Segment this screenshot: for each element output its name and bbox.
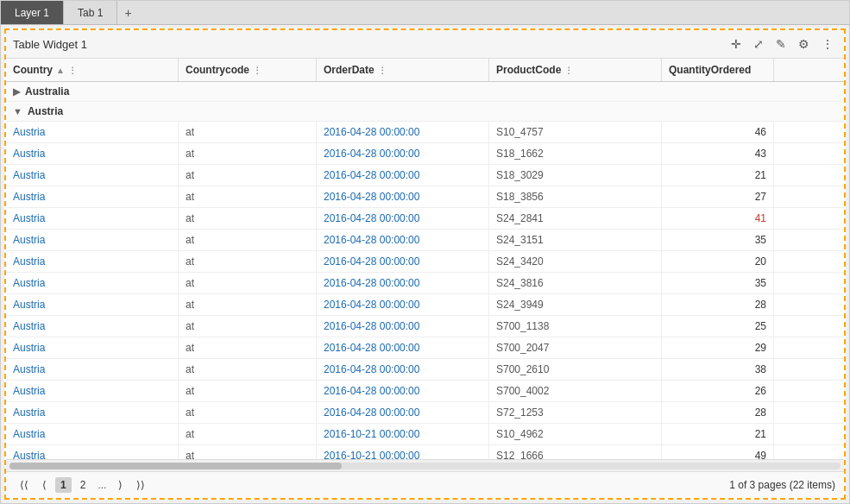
cell-orderdate: 2016-04-28 00:00:00 (317, 230, 489, 250)
cell-quantity: 35 (662, 230, 774, 250)
cell-productcode: S700_2610 (489, 359, 662, 380)
widget-title: Table Widget 1 (13, 38, 87, 51)
cell-productcode: S700_1138 (489, 316, 662, 337)
countrycode-menu-icon[interactable]: ⋮ (253, 66, 261, 75)
cell-quantity: 28 (662, 294, 774, 315)
cell-quantity: 25 (662, 316, 774, 337)
cell-orderdate: 2016-04-28 00:00:00 (317, 337, 489, 358)
cell-countrycode: at (179, 316, 317, 337)
h-scroll-track[interactable] (9, 463, 841, 469)
country-sort-icon[interactable]: ▲ (56, 66, 65, 75)
cell-countrycode: at (179, 337, 317, 358)
group-toggle[interactable]: ▶ (13, 86, 20, 98)
table-row: Austria at 2016-04-28 00:00:00 S700_1138… (6, 316, 844, 337)
table-row: Austria at 2016-04-28 00:00:00 S24_3420 … (6, 251, 844, 273)
h-scrollbar[interactable] (6, 459, 844, 471)
cell-productcode: S24_2841 (489, 208, 662, 229)
page-2-button[interactable]: 2 (75, 477, 91, 493)
tab-add-button[interactable]: + (117, 1, 138, 24)
col-header-orderdate[interactable]: OrderDate ⋮ (317, 59, 489, 81)
cell-countrycode: at (179, 165, 317, 186)
h-scroll-thumb[interactable] (9, 463, 342, 469)
cell-countrycode: at (179, 381, 317, 401)
table-row: Austria at 2016-04-28 00:00:00 S18_3856 … (6, 186, 844, 208)
cell-orderdate: 2016-04-28 00:00:00 (317, 359, 489, 380)
group-header-row: ▼ Austria (6, 102, 844, 122)
table-row: Austria at 2016-04-28 00:00:00 S24_3151 … (6, 230, 844, 251)
cell-countrycode: at (179, 402, 317, 423)
table-row: Austria at 2016-04-28 00:00:00 S700_2610… (6, 359, 844, 381)
widget-resize-icon[interactable]: ⤢ (750, 35, 767, 53)
cell-quantity: 35 (662, 273, 774, 293)
cell-orderdate: 2016-04-28 00:00:00 (317, 402, 489, 423)
cell-orderdate: 2016-04-28 00:00:00 (317, 316, 489, 337)
col-header-country[interactable]: Country ▲ ⋮ (6, 59, 179, 81)
cell-countrycode: at (179, 359, 317, 380)
cell-quantity: 38 (662, 359, 774, 380)
cell-productcode: S18_3856 (489, 186, 662, 207)
page-first-button[interactable]: ⟨⟨ (15, 477, 34, 493)
cell-country: Austria (6, 251, 179, 272)
cell-productcode: S10_4962 (489, 424, 662, 444)
cell-orderdate: 2016-04-28 00:00:00 (317, 381, 489, 401)
cell-countrycode: at (179, 424, 317, 444)
tab-layer1[interactable]: Layer 1 (1, 1, 64, 24)
cell-country: Austria (6, 294, 179, 315)
cell-quantity: 43 (662, 143, 774, 164)
cell-countrycode: at (179, 273, 317, 293)
cell-productcode: S700_2047 (489, 337, 662, 358)
cell-quantity: 46 (662, 122, 774, 142)
table-row: Austria at 2016-04-28 00:00:00 S24_3816 … (6, 273, 844, 294)
page-1-button[interactable]: 1 (55, 477, 72, 493)
cell-orderdate: 2016-04-28 00:00:00 (317, 273, 489, 293)
cell-country: Austria (6, 445, 179, 459)
country-menu-icon[interactable]: ⋮ (68, 66, 77, 75)
group-toggle[interactable]: ▼ (13, 106, 22, 117)
page-prev-button[interactable]: ⟨ (37, 477, 52, 493)
cell-quantity: 21 (662, 424, 774, 444)
cell-productcode: S24_3420 (489, 251, 662, 272)
group-header-row: ▶ Australia (6, 82, 844, 102)
cell-quantity: 28 (662, 402, 774, 423)
cell-country: Austria (6, 208, 179, 229)
cell-orderdate: 2016-04-28 00:00:00 (317, 122, 489, 142)
table-row: Austria at 2016-10-21 00:00:00 S12_1666 … (6, 445, 844, 459)
cell-quantity: 21 (662, 165, 774, 186)
widget-edit-icon[interactable]: ✎ (772, 35, 790, 53)
col-header-quantity[interactable]: QuantityOrdered (662, 59, 774, 81)
cell-productcode: S18_1662 (489, 143, 662, 164)
cell-countrycode: at (179, 251, 317, 272)
cell-country: Austria (6, 143, 179, 164)
table-row: Austria at 2016-04-28 00:00:00 S24_3949 … (6, 294, 844, 316)
cell-productcode: S10_4757 (489, 122, 662, 142)
cell-orderdate: 2016-04-28 00:00:00 (317, 186, 489, 207)
col-header-productcode[interactable]: ProductCode ⋮ (489, 59, 662, 81)
cell-countrycode: at (179, 294, 317, 315)
cell-countrycode: at (179, 122, 317, 142)
orderdate-menu-icon[interactable]: ⋮ (378, 66, 387, 75)
table-header: Country ▲ ⋮ Countrycode ⋮ OrderDate ⋮ Pr… (6, 59, 844, 82)
cell-orderdate: 2016-10-21 00:00:00 (317, 445, 489, 459)
tab-tab1[interactable]: Tab 1 (64, 1, 117, 24)
cell-country: Austria (6, 402, 179, 423)
cell-productcode: S24_3151 (489, 230, 662, 250)
widget-container: Table Widget 1 ✛ ⤢ ✎ ⚙ ⋮ Country ▲ ⋮ Cou… (4, 28, 846, 500)
page-last-button[interactable]: ⟩⟩ (131, 477, 150, 493)
cell-productcode: S24_3816 (489, 273, 662, 293)
col-header-countrycode[interactable]: Countrycode ⋮ (179, 59, 317, 81)
cell-country: Austria (6, 381, 179, 401)
cell-country: Austria (6, 230, 179, 250)
cell-orderdate: 2016-04-28 00:00:00 (317, 165, 489, 186)
cell-orderdate: 2016-04-28 00:00:00 (317, 143, 489, 164)
widget-settings-icon[interactable]: ⚙ (795, 35, 813, 53)
cell-country: Austria (6, 316, 179, 337)
widget-more-icon[interactable]: ⋮ (818, 35, 837, 53)
table-row: Austria at 2016-04-28 00:00:00 S700_4002… (6, 381, 844, 402)
widget-move-icon[interactable]: ✛ (727, 35, 745, 53)
cell-quantity: 29 (662, 337, 774, 358)
cell-country: Austria (6, 359, 179, 380)
page-next-button[interactable]: ⟩ (113, 477, 128, 493)
table-wrapper: Country ▲ ⋮ Countrycode ⋮ OrderDate ⋮ Pr… (6, 59, 844, 471)
productcode-menu-icon[interactable]: ⋮ (564, 66, 573, 75)
tab-bar: Layer 1 Tab 1 + (1, 1, 849, 25)
